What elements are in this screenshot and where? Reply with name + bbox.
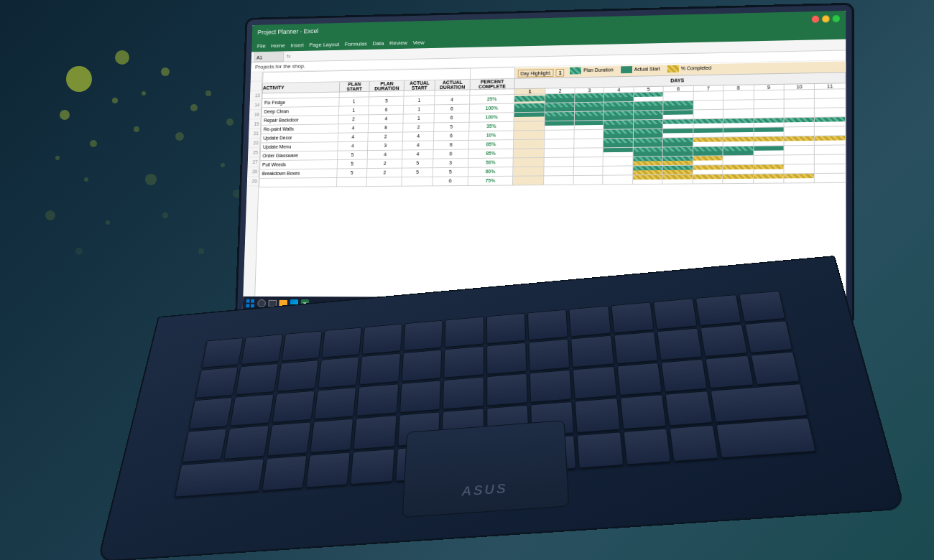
key-5[interactable] <box>401 350 442 382</box>
gantt-table: Day Highlight: 1 Plan Duration <box>259 60 846 187</box>
key-o[interactable] <box>573 366 617 400</box>
key-f10[interactable] <box>611 302 655 333</box>
key-bracket-open[interactable] <box>661 358 708 392</box>
key-2[interactable] <box>277 360 319 391</box>
svg-rect-23 <box>251 299 254 303</box>
key-minus[interactable] <box>657 327 703 360</box>
key-bracket-close[interactable] <box>706 355 754 388</box>
key-slash[interactable] <box>669 425 718 462</box>
key-4[interactable] <box>359 353 401 384</box>
excel-title: Project Planner - Excel <box>257 27 318 35</box>
key-f[interactable] <box>353 415 397 449</box>
key-x[interactable] <box>305 452 351 488</box>
key-d[interactable] <box>310 419 353 453</box>
key-f12[interactable] <box>695 294 741 326</box>
key-f7[interactable] <box>486 313 526 344</box>
key-6[interactable] <box>443 346 484 378</box>
windows-start-icon[interactable] <box>246 299 256 309</box>
day-highlight-label: Day Highlight: <box>517 69 553 78</box>
sheet-subtitle: Projects for the shop. <box>255 63 305 70</box>
key-l[interactable] <box>575 398 620 433</box>
key-c[interactable] <box>350 449 394 485</box>
key-s[interactable] <box>267 422 311 457</box>
svg-rect-22 <box>246 299 250 303</box>
key-enter[interactable] <box>711 383 808 422</box>
key-backspace[interactable] <box>744 320 793 353</box>
key-backslash[interactable] <box>750 351 800 385</box>
key-e[interactable] <box>314 387 357 420</box>
key-f3[interactable] <box>321 327 362 358</box>
key-f9[interactable] <box>569 306 611 337</box>
cell-ref[interactable]: A1 <box>254 52 284 62</box>
touchpad[interactable] <box>402 420 570 518</box>
key-8[interactable] <box>528 339 570 371</box>
key-f2[interactable] <box>281 331 323 362</box>
key-period[interactable] <box>623 429 671 465</box>
key-w[interactable] <box>272 390 315 423</box>
key-7[interactable] <box>486 342 527 375</box>
key-quote[interactable] <box>665 391 713 426</box>
key-z[interactable] <box>262 455 308 491</box>
key-u[interactable] <box>486 373 528 406</box>
key-a[interactable] <box>224 425 269 459</box>
key-0[interactable] <box>614 332 658 364</box>
key-shift-left[interactable] <box>175 459 264 498</box>
key-1[interactable] <box>236 363 279 395</box>
key-y[interactable] <box>443 376 484 409</box>
key-delete[interactable] <box>739 291 786 322</box>
key-comma[interactable] <box>577 432 624 469</box>
legend-actual: Actual Start <box>621 65 660 73</box>
key-f4[interactable] <box>362 324 402 355</box>
key-9[interactable] <box>570 335 614 368</box>
key-t[interactable] <box>399 380 441 413</box>
key-f6[interactable] <box>445 317 484 347</box>
key-equal[interactable] <box>700 324 748 356</box>
key-tab[interactable] <box>188 397 233 430</box>
key-r[interactable] <box>356 383 399 416</box>
key-3[interactable] <box>318 356 359 388</box>
key-semicolon[interactable] <box>619 395 666 430</box>
legend-complete: % Completed <box>667 64 711 72</box>
key-f11[interactable] <box>653 298 698 329</box>
key-f8[interactable] <box>527 309 568 340</box>
day-highlight-value: 1 <box>556 68 565 76</box>
key-caps[interactable] <box>182 429 228 463</box>
key-esc[interactable] <box>201 337 244 368</box>
key-f5[interactable] <box>403 320 443 351</box>
svg-rect-24 <box>246 304 249 308</box>
key-shift-right[interactable] <box>716 418 816 458</box>
svg-rect-25 <box>251 304 254 308</box>
key-q[interactable] <box>230 393 274 426</box>
legend-plan: Plan Duration <box>570 66 614 74</box>
key-backtick[interactable] <box>195 367 239 398</box>
key-f1[interactable] <box>241 334 282 364</box>
key-p[interactable] <box>616 363 662 396</box>
key-i[interactable] <box>530 370 573 403</box>
laptop-scene: Project Planner - Excel File Home Insert… <box>0 0 934 560</box>
